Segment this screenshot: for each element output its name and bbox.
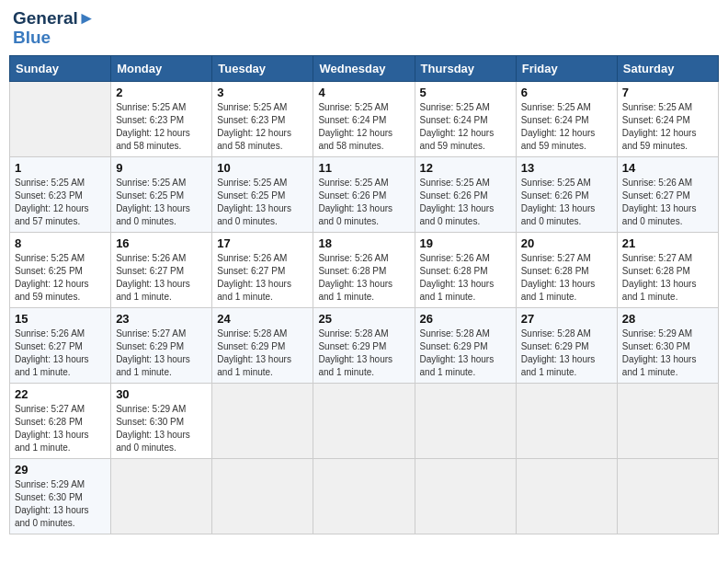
calendar-cell: 2 Sunrise: 5:25 AMSunset: 6:23 PMDayligh…: [111, 81, 212, 156]
day-info: Sunrise: 5:29 AMSunset: 6:30 PMDaylight:…: [622, 328, 697, 377]
weekday-header: Friday: [516, 55, 617, 81]
calendar-cell: 6 Sunrise: 5:25 AMSunset: 6:24 PMDayligh…: [516, 81, 617, 156]
logo-text: General►: [13, 9, 96, 29]
day-info: Sunrise: 5:25 AMSunset: 6:24 PMDaylight:…: [420, 102, 495, 151]
day-number: 24: [217, 312, 308, 326]
day-info: Sunrise: 5:26 AMSunset: 6:27 PMDaylight:…: [622, 178, 697, 226]
calendar-cell: 5 Sunrise: 5:25 AMSunset: 6:24 PMDayligh…: [415, 81, 516, 156]
day-number: 8: [15, 236, 106, 250]
day-info: Sunrise: 5:25 AMSunset: 6:23 PMDaylight:…: [15, 178, 89, 226]
calendar-cell: 29 Sunrise: 5:29 AMSunset: 6:30 PMDaylig…: [10, 458, 111, 534]
day-number: 11: [318, 161, 409, 175]
calendar-cell: 18 Sunrise: 5:26 AMSunset: 6:28 PMDaylig…: [313, 232, 415, 307]
calendar-cell: 16 Sunrise: 5:26 AMSunset: 6:27 PMDaylig…: [111, 232, 212, 307]
day-number: 2: [116, 86, 207, 99]
calendar-cell: 14 Sunrise: 5:26 AMSunset: 6:27 PMDaylig…: [617, 156, 718, 232]
calendar-cell: [516, 383, 617, 458]
day-number: 9: [116, 161, 207, 175]
calendar-week-row: 1 Sunrise: 5:25 AMSunset: 6:23 PMDayligh…: [10, 156, 719, 232]
calendar-cell: [617, 383, 718, 458]
day-info: Sunrise: 5:25 AMSunset: 6:26 PMDaylight:…: [420, 178, 495, 226]
day-number: 16: [116, 236, 207, 250]
calendar-week-row: 2 Sunrise: 5:25 AMSunset: 6:23 PMDayligh…: [10, 81, 719, 156]
weekday-header: Sunday: [10, 55, 111, 81]
calendar-cell: 1 Sunrise: 5:25 AMSunset: 6:23 PMDayligh…: [10, 156, 111, 232]
day-number: 27: [521, 312, 612, 326]
day-number: 7: [622, 86, 713, 99]
day-info: Sunrise: 5:25 AMSunset: 6:25 PMDaylight:…: [217, 178, 291, 226]
calendar-cell: 20 Sunrise: 5:27 AMSunset: 6:28 PMDaylig…: [516, 232, 617, 307]
calendar-cell: 23 Sunrise: 5:27 AMSunset: 6:29 PMDaylig…: [111, 307, 212, 383]
calendar-cell: 13 Sunrise: 5:25 AMSunset: 6:26 PMDaylig…: [516, 156, 617, 232]
day-info: Sunrise: 5:28 AMSunset: 6:29 PMDaylight:…: [420, 328, 495, 377]
day-number: 22: [15, 387, 106, 401]
calendar-cell: [212, 383, 313, 458]
calendar-cell: 19 Sunrise: 5:26 AMSunset: 6:28 PMDaylig…: [415, 232, 516, 307]
calendar-cell: [415, 458, 516, 534]
day-info: Sunrise: 5:29 AMSunset: 6:30 PMDaylight:…: [116, 404, 190, 453]
day-info: Sunrise: 5:26 AMSunset: 6:27 PMDaylight:…: [217, 253, 291, 302]
day-info: Sunrise: 5:25 AMSunset: 6:25 PMDaylight:…: [15, 253, 89, 302]
calendar-cell: [617, 458, 718, 534]
weekday-header: Thursday: [415, 55, 516, 81]
day-info: Sunrise: 5:26 AMSunset: 6:27 PMDaylight:…: [116, 253, 190, 302]
day-number: 13: [521, 161, 612, 175]
calendar-cell: 7 Sunrise: 5:25 AMSunset: 6:24 PMDayligh…: [617, 81, 718, 156]
calendar-cell: [516, 458, 617, 534]
day-number: 14: [622, 161, 713, 175]
day-number: 21: [622, 236, 713, 250]
calendar-cell: [212, 458, 313, 534]
day-info: Sunrise: 5:29 AMSunset: 6:30 PMDaylight:…: [15, 479, 89, 528]
day-info: Sunrise: 5:25 AMSunset: 6:26 PMDaylight:…: [521, 178, 596, 226]
day-number: 18: [318, 236, 409, 250]
calendar-cell: 8 Sunrise: 5:25 AMSunset: 6:25 PMDayligh…: [10, 232, 111, 307]
calendar-cell: 30 Sunrise: 5:29 AMSunset: 6:30 PMDaylig…: [111, 383, 212, 458]
calendar-cell: 27 Sunrise: 5:28 AMSunset: 6:29 PMDaylig…: [516, 307, 617, 383]
calendar-cell: [313, 383, 415, 458]
day-number: 17: [217, 236, 308, 250]
weekday-header: Saturday: [617, 55, 718, 81]
calendar-cell: 28 Sunrise: 5:29 AMSunset: 6:30 PMDaylig…: [617, 307, 718, 383]
day-info: Sunrise: 5:26 AMSunset: 6:27 PMDaylight:…: [15, 328, 89, 377]
calendar-cell: [313, 458, 415, 534]
calendar-cell: 3 Sunrise: 5:25 AMSunset: 6:23 PMDayligh…: [212, 81, 313, 156]
weekday-header: Monday: [111, 55, 212, 81]
page-header: General► Blue: [9, 9, 719, 48]
day-info: Sunrise: 5:27 AMSunset: 6:28 PMDaylight:…: [622, 253, 697, 302]
day-info: Sunrise: 5:25 AMSunset: 6:24 PMDaylight:…: [521, 102, 596, 151]
day-number: 12: [420, 161, 511, 175]
calendar-cell: 24 Sunrise: 5:28 AMSunset: 6:29 PMDaylig…: [212, 307, 313, 383]
calendar-cell: 4 Sunrise: 5:25 AMSunset: 6:24 PMDayligh…: [313, 81, 415, 156]
day-number: 28: [622, 312, 713, 326]
day-number: 4: [318, 86, 409, 99]
day-number: 3: [217, 86, 308, 99]
day-number: 10: [217, 161, 308, 175]
day-info: Sunrise: 5:28 AMSunset: 6:29 PMDaylight:…: [318, 328, 392, 377]
day-number: 25: [318, 312, 409, 326]
weekday-header: Wednesday: [313, 55, 415, 81]
day-number: 6: [521, 86, 612, 99]
day-info: Sunrise: 5:28 AMSunset: 6:29 PMDaylight:…: [521, 328, 596, 377]
day-number: 15: [15, 312, 106, 326]
day-info: Sunrise: 5:25 AMSunset: 6:26 PMDaylight:…: [318, 178, 392, 226]
day-info: Sunrise: 5:25 AMSunset: 6:23 PMDaylight:…: [217, 102, 291, 151]
calendar-header-row: SundayMondayTuesdayWednesdayThursdayFrid…: [10, 55, 719, 81]
weekday-header: Tuesday: [212, 55, 313, 81]
calendar-week-row: 15 Sunrise: 5:26 AMSunset: 6:27 PMDaylig…: [10, 307, 719, 383]
calendar-cell: 22 Sunrise: 5:27 AMSunset: 6:28 PMDaylig…: [10, 383, 111, 458]
logo-blue: Blue: [13, 29, 96, 48]
day-number: 19: [420, 236, 511, 250]
day-number: 5: [420, 86, 511, 99]
day-number: 1: [15, 161, 106, 175]
calendar-cell: 10 Sunrise: 5:25 AMSunset: 6:25 PMDaylig…: [212, 156, 313, 232]
day-info: Sunrise: 5:27 AMSunset: 6:29 PMDaylight:…: [116, 328, 190, 377]
calendar-week-row: 29 Sunrise: 5:29 AMSunset: 6:30 PMDaylig…: [10, 458, 719, 534]
calendar-cell: [111, 458, 212, 534]
calendar-cell: [10, 81, 111, 156]
day-number: 29: [15, 463, 106, 477]
day-info: Sunrise: 5:27 AMSunset: 6:28 PMDaylight:…: [15, 404, 89, 453]
calendar-cell: 21 Sunrise: 5:27 AMSunset: 6:28 PMDaylig…: [617, 232, 718, 307]
calendar-cell: 9 Sunrise: 5:25 AMSunset: 6:25 PMDayligh…: [111, 156, 212, 232]
calendar-cell: 17 Sunrise: 5:26 AMSunset: 6:27 PMDaylig…: [212, 232, 313, 307]
calendar-cell: [415, 383, 516, 458]
